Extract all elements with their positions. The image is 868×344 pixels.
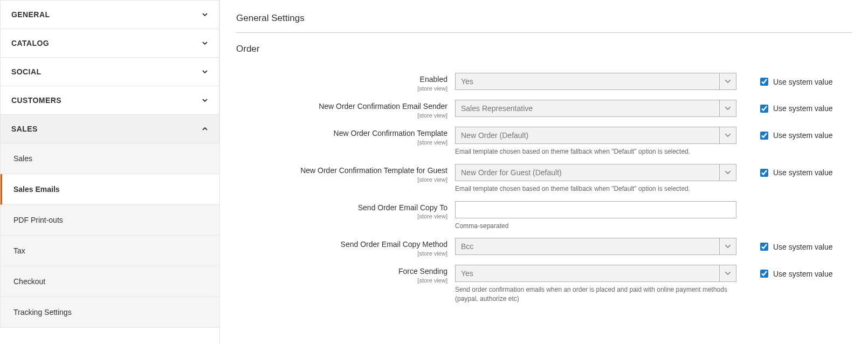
- sidebar-header-customers[interactable]: CUSTOMERS: [1, 86, 219, 114]
- sidebar-section-social: SOCIAL: [0, 58, 219, 86]
- use-system-template[interactable]: Use system value: [736, 127, 832, 141]
- field-control: Sales Representative: [455, 100, 736, 117]
- use-system-enabled[interactable]: Use system value: [736, 73, 832, 87]
- copy-to-input[interactable]: [455, 201, 736, 218]
- sidebar-item-label: Sales: [13, 154, 32, 163]
- use-system-label: Use system value: [773, 78, 832, 86]
- sidebar-section-customers: CUSTOMERS: [0, 86, 219, 115]
- use-system-label: Use system value: [773, 104, 832, 113]
- group-title-order: Order: [236, 44, 852, 54]
- chevron-down-icon: [202, 40, 208, 46]
- help-text: Email template chosen based on theme fal…: [455, 184, 736, 194]
- field-force-sending: Force Sending [store view] Yes Send orde…: [236, 262, 852, 304]
- sidebar-header-catalog[interactable]: CATALOG: [1, 29, 219, 57]
- sidebar-item-label: Tax: [13, 246, 25, 255]
- field-control: Bcc: [455, 238, 736, 255]
- sidebar-header-general[interactable]: GENERAL: [1, 1, 219, 29]
- help-text: Email template chosen based on theme fal…: [455, 147, 736, 156]
- field-template-guest: New Order Confirmation Template for Gues…: [236, 161, 852, 194]
- sender-select: Sales Representative: [455, 100, 736, 117]
- sidebar-item-label: PDF Print-outs: [13, 216, 63, 224]
- scope-text: [store view]: [236, 213, 447, 220]
- select-value: Yes: [461, 77, 473, 86]
- label-text: Enabled: [420, 75, 447, 84]
- use-system-checkbox[interactable]: [760, 78, 768, 86]
- select-value: New Order (Default): [461, 131, 528, 140]
- use-system-copy-method[interactable]: Use system value: [736, 238, 832, 252]
- scope-text: [store view]: [236, 250, 447, 257]
- field-label: New Order Confirmation Template [store v…: [236, 127, 455, 146]
- sidebar-item-tracking-settings[interactable]: Tracking Settings: [1, 297, 219, 327]
- sidebar-item-pdf-printouts[interactable]: PDF Print-outs: [1, 205, 219, 236]
- field-control: Yes: [455, 73, 736, 90]
- field-sender: New Order Confirmation Email Sender [sto…: [236, 97, 852, 119]
- sidebar-item-label: Checkout: [13, 277, 45, 286]
- field-control: Yes Send order confirmation emails when …: [455, 265, 736, 304]
- label-text: Send Order Email Copy To: [358, 203, 447, 212]
- template-select: New Order (Default): [455, 127, 736, 144]
- field-control: Comma-separated: [455, 201, 736, 231]
- sidebar-header-social[interactable]: SOCIAL: [1, 58, 219, 86]
- use-system-force-sending[interactable]: Use system value: [736, 265, 832, 279]
- label-text: New Order Confirmation Email Sender: [319, 102, 447, 111]
- use-system-template-guest[interactable]: Use system value: [736, 164, 832, 178]
- sidebar-header-sales[interactable]: SALES: [1, 115, 219, 143]
- sidebar-item-label: Tracking Settings: [13, 308, 72, 317]
- scope-text: [store view]: [236, 85, 447, 92]
- sidebar-item-sales[interactable]: Sales: [1, 143, 219, 174]
- use-system-label: Use system value: [773, 168, 832, 177]
- sidebar-item-checkout[interactable]: Checkout: [1, 266, 219, 297]
- field-label: Force Sending [store view]: [236, 265, 455, 284]
- use-system-checkbox[interactable]: [760, 105, 768, 113]
- use-system-label: Use system value: [773, 131, 832, 140]
- sidebar-item-label: Sales Emails: [13, 185, 60, 194]
- chevron-down-icon: [202, 11, 208, 18]
- sidebar-section-general: GENERAL: [0, 0, 219, 29]
- use-system-checkbox[interactable]: [760, 270, 768, 278]
- label-text: New Order Confirmation Template: [334, 129, 447, 137]
- label-text: Send Order Email Copy Method: [341, 240, 447, 249]
- select-value: Yes: [461, 269, 473, 278]
- use-system-checkbox[interactable]: [760, 169, 768, 177]
- use-system-checkbox[interactable]: [760, 132, 768, 140]
- field-label: Send Order Email Copy Method [store view…: [236, 238, 455, 257]
- scope-text: [store view]: [236, 277, 447, 284]
- select-value: New Order for Guest (Default): [461, 168, 562, 177]
- sidebar-section-catalog: CATALOG: [0, 29, 219, 58]
- sidebar-section-label: CUSTOMERS: [11, 96, 61, 105]
- use-system-label: Use system value: [773, 243, 832, 251]
- use-system-sender[interactable]: Use system value: [736, 100, 832, 114]
- copy-method-select: Bcc: [455, 238, 736, 255]
- field-template: New Order Confirmation Template [store v…: [236, 123, 852, 156]
- field-label: Enabled [store view]: [236, 73, 455, 92]
- field-copy-to: Send Order Email Copy To [store view] Co…: [236, 198, 852, 231]
- field-control: New Order for Guest (Default) Email temp…: [455, 164, 736, 194]
- select-value: Sales Representative: [461, 104, 533, 113]
- config-sidebar: GENERAL CATALOG SOCIAL CUSTOMERS SALES S…: [0, 0, 220, 344]
- sidebar-section-label: CATALOG: [11, 39, 49, 47]
- field-label: New Order Confirmation Template for Gues…: [236, 164, 455, 183]
- use-system-checkbox[interactable]: [760, 243, 768, 251]
- field-label: New Order Confirmation Email Sender [sto…: [236, 100, 455, 119]
- chevron-down-icon: [202, 68, 208, 75]
- sidebar-item-tax[interactable]: Tax: [1, 236, 219, 266]
- sidebar-item-sales-emails[interactable]: Sales Emails: [1, 174, 219, 205]
- main-content: General Settings Order Enabled [store vi…: [220, 0, 868, 344]
- enabled-select: Yes: [455, 73, 736, 90]
- label-text: Force Sending: [398, 267, 447, 276]
- field-label: Send Order Email Copy To [store view]: [236, 201, 455, 221]
- help-text: Send order confirmation emails when an o…: [455, 285, 736, 304]
- sidebar-section-label: SOCIAL: [11, 67, 41, 76]
- sidebar-section-label: SALES: [11, 125, 38, 133]
- force-sending-select: Yes: [455, 265, 736, 282]
- help-text: Comma-separated: [455, 222, 736, 231]
- scope-text: [store view]: [236, 176, 447, 183]
- scope-text: [store view]: [236, 112, 447, 119]
- chevron-up-icon: [202, 126, 208, 132]
- sidebar-section-label: GENERAL: [11, 10, 50, 19]
- template-guest-select: New Order for Guest (Default): [455, 164, 736, 181]
- sidebar-sublist-sales: Sales Sales Emails PDF Print-outs Tax Ch…: [0, 143, 219, 327]
- section-title-general-settings: General Settings: [236, 13, 852, 24]
- use-system-label: Use system value: [773, 270, 832, 278]
- sidebar-section-sales: SALES Sales Sales Emails PDF Print-outs …: [0, 115, 219, 328]
